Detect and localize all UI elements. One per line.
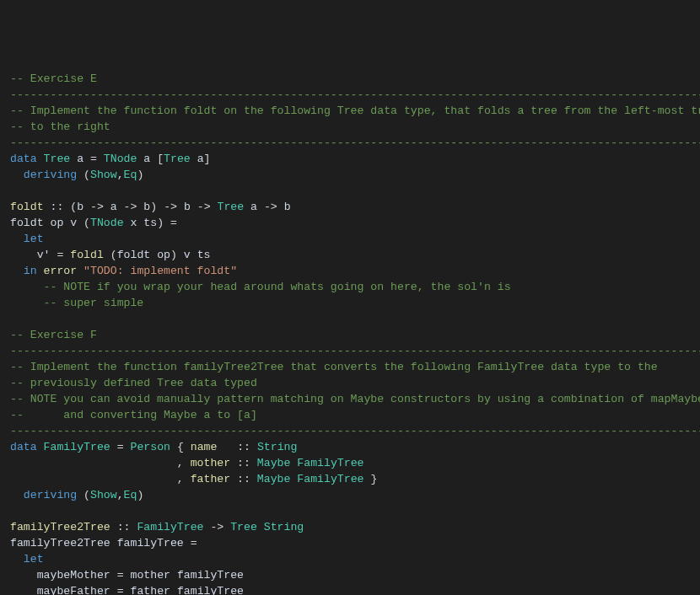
paren: ) xyxy=(137,169,143,181)
kw-data: data xyxy=(10,153,37,165)
kw-let: let xyxy=(24,553,44,566)
indent-guide xyxy=(10,281,44,293)
paren: ) xyxy=(170,249,177,261)
comment: -- and converting Maybe a to [a] xyxy=(10,409,257,421)
comma: , xyxy=(177,473,184,485)
kw-in: in xyxy=(24,265,37,277)
param-x: x xyxy=(131,217,137,229)
var-maybemother: maybeMother xyxy=(37,569,110,582)
indent-guide xyxy=(10,489,24,501)
comma: , xyxy=(117,489,124,501)
fn-ft2t: familyTree2Tree xyxy=(10,521,110,533)
comment: -- Exercise E xyxy=(10,72,97,85)
indent-guide xyxy=(10,553,24,566)
ref-op: op xyxy=(157,249,170,261)
op-dcolon: :: xyxy=(51,201,64,213)
indent-guide xyxy=(10,233,24,245)
op-dcolon: :: xyxy=(237,441,250,453)
bracket-r: ] xyxy=(204,153,211,165)
fn-ft2t-def: familyTree2Tree xyxy=(10,537,110,549)
comment: -- NOTE you can avoid manually pattern m… xyxy=(10,393,700,405)
op-eq: = xyxy=(191,537,197,549)
comment: -- Implement the function familyTree2Tre… xyxy=(10,361,658,373)
arrow: -> xyxy=(90,201,104,213)
comment: -- super simple xyxy=(44,297,144,309)
indent-guide xyxy=(10,457,177,469)
indent-guide xyxy=(10,249,37,261)
code-editor[interactable]: -- Exercise E --------------------------… xyxy=(10,71,690,595)
indent-guide xyxy=(10,265,24,277)
paren: ( xyxy=(83,169,90,181)
var-maybefather: maybeFather xyxy=(37,585,110,595)
type-tree: Tree xyxy=(217,201,244,213)
arrow: -> xyxy=(210,521,223,533)
paren: ( xyxy=(70,201,77,213)
comment: -- NOTE if you wrap your head around wha… xyxy=(44,281,511,293)
ref-father: father xyxy=(130,585,170,595)
comment-sep: ----------------------------------------… xyxy=(10,137,700,149)
arrow: -> xyxy=(124,201,137,213)
tyvar-a: a xyxy=(250,201,257,213)
op-eq: = xyxy=(57,249,63,261)
tyvar-b: b xyxy=(184,201,191,213)
paren: ( xyxy=(83,489,90,501)
var-vprime: v' xyxy=(37,249,51,261)
fn-error: error xyxy=(44,265,78,277)
field-name: name xyxy=(191,441,218,453)
type-show: Show xyxy=(90,489,117,501)
type-familytree: FamilyTree xyxy=(137,521,203,533)
indent-guide xyxy=(10,169,24,181)
tyvar-a: a xyxy=(77,153,83,165)
ctor-tnode: TNode xyxy=(90,217,124,229)
comment: -- Exercise F xyxy=(10,329,97,341)
kw-let: let xyxy=(24,233,44,245)
type-familytree: FamilyTree xyxy=(297,457,363,469)
op-eq: = xyxy=(90,153,97,165)
op-dcolon: :: xyxy=(117,521,131,533)
tyvar-b: b xyxy=(77,201,83,213)
kw-deriving: deriving xyxy=(24,489,77,501)
comment: -- Implement the function foldt on the f… xyxy=(10,105,700,117)
ctor-tnode: TNode xyxy=(104,153,137,165)
paren: ) xyxy=(137,489,143,501)
type-show: Show xyxy=(90,169,117,181)
param-ts: ts xyxy=(143,217,157,229)
type-string: String xyxy=(264,521,304,533)
kw-data: data xyxy=(10,441,37,453)
comma: , xyxy=(117,169,124,181)
param-familytree: familyTree xyxy=(117,537,184,549)
ref-ts: ts xyxy=(197,249,211,261)
type-familytree: FamilyTree xyxy=(297,473,363,485)
kw-deriving: deriving xyxy=(24,169,77,181)
type-tree: Tree xyxy=(164,153,191,165)
type-eq: Eq xyxy=(124,489,137,501)
type-string: String xyxy=(257,441,297,453)
op-dcolon: :: xyxy=(237,473,250,485)
indent-guide xyxy=(10,569,37,582)
arrow: -> xyxy=(197,201,211,213)
comma: , xyxy=(177,457,184,469)
comment-sep: ----------------------------------------… xyxy=(10,425,700,437)
field-mother: mother xyxy=(191,457,230,469)
type-maybe: Maybe xyxy=(257,473,291,485)
arrow: -> xyxy=(264,201,277,213)
op-eq: = xyxy=(117,585,124,595)
tyvar-a: a xyxy=(143,153,150,165)
fn-foldt-ref: foldt xyxy=(117,249,151,261)
param-op: op xyxy=(51,217,64,229)
field-father: father xyxy=(191,473,230,485)
ref-familytree: familyTree xyxy=(177,585,244,595)
comment-sep: ----------------------------------------… xyxy=(10,345,700,357)
indent-guide xyxy=(10,473,177,485)
paren: ( xyxy=(110,249,117,261)
ref-mother: mother xyxy=(130,569,170,582)
brace: { xyxy=(177,441,184,453)
paren: ) xyxy=(150,201,157,213)
param-v: v xyxy=(70,217,77,229)
indent-guide xyxy=(10,297,44,309)
comment: -- to the right xyxy=(10,121,110,133)
indent-guide xyxy=(10,585,37,595)
tyvar-b: b xyxy=(284,201,291,213)
ref-familytree: familyTree xyxy=(177,569,244,582)
brace: } xyxy=(370,473,377,485)
